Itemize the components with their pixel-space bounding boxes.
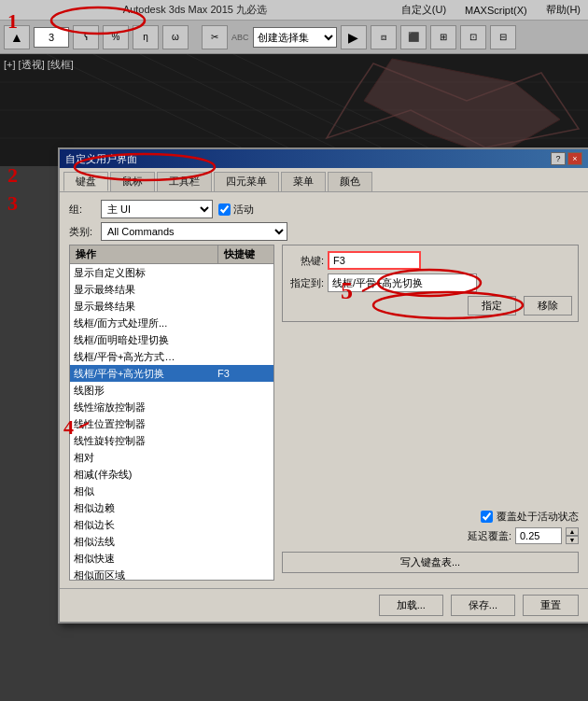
list-item[interactable]: 线性旋转控制器 <box>70 432 273 449</box>
save-btn[interactable]: 保存... <box>451 595 515 616</box>
list-item-name: 显示自定义图标 <box>74 266 217 280</box>
list-item[interactable]: 相似 <box>70 483 273 499</box>
list-item[interactable]: 线框/面方式处理所... <box>70 315 273 331</box>
tab-color[interactable]: 颜色 <box>328 172 372 191</box>
remove-btn[interactable]: 移除 <box>524 296 572 315</box>
list-item[interactable]: 相似边长 <box>70 516 273 533</box>
hotkey-label: 热键: <box>288 254 324 268</box>
assign-btn[interactable]: 指定 <box>468 296 516 315</box>
delay-spinner: ▲ ▼ <box>566 527 579 544</box>
list-item-name: 线框/面方式处理所... <box>74 316 217 330</box>
group-label: 组: <box>69 203 95 217</box>
category-select[interactable]: All Commands <box>101 222 287 241</box>
list-item-name: 相似快速 <box>74 552 217 566</box>
toolbar-icon3[interactable]: η <box>133 25 159 49</box>
svg-marker-9 <box>364 59 560 157</box>
svg-text:2: 2 <box>7 163 18 187</box>
hotkey-input[interactable] <box>328 251 421 270</box>
list-item[interactable]: 显示最终结果 <box>70 298 273 315</box>
cover-section: 覆盖处于活动状态 延迟覆盖: ▲ ▼ 写入键盘表... <box>282 510 579 581</box>
toolbar-number-input[interactable] <box>34 27 69 48</box>
cover-active-label: 覆盖处于活动状态 <box>497 510 579 524</box>
dialog-help-btn[interactable]: ? <box>551 152 566 165</box>
load-btn[interactable]: 加载... <box>379 595 443 616</box>
tabs-row: 键盘 鼠标 工具栏 四元菜单 菜单 颜色 <box>60 168 588 192</box>
hotkey-action-buttons: 指定 移除 <box>288 296 572 315</box>
menu-customize[interactable]: 自定义(U) <box>398 3 450 17</box>
list-item[interactable]: 线框/平骨+高光方式… <box>70 348 273 365</box>
assigned-row: 指定到: 线框/平骨+高光切换 <box>288 273 572 292</box>
list-item-name: 线框/平骨+高光切换 <box>74 367 217 381</box>
dialog-close-btn[interactable]: × <box>567 152 582 165</box>
list-item[interactable]: 显示最终结果 <box>70 281 273 298</box>
list-item[interactable]: 显示自定义图标 <box>70 264 273 281</box>
menu-maxscript[interactable]: MAXScript(X) <box>461 5 531 16</box>
tab-keyboard[interactable]: 键盘 <box>63 172 108 191</box>
toolbar-icon9[interactable]: ⊡ <box>460 25 486 49</box>
main-layout: 操作 快捷键 显示自定义图标显示最终结果显示最终结果线框/面方式处理所...线框… <box>69 245 579 581</box>
assigned-label: 指定到: <box>288 276 324 290</box>
hotkey-section: 热键: 指定到: 线框/平骨+高光切换 指定 移除 <box>282 245 579 322</box>
dialog-title: 自定义用户界面 <box>65 152 137 166</box>
right-panel: 热键: 指定到: 线框/平骨+高光切换 指定 移除 <box>282 245 579 581</box>
action-list[interactable]: 显示自定义图标显示最终结果显示最终结果线框/面方式处理所...线框/面明暗处理切… <box>69 263 274 581</box>
list-item-name: 显示最终结果 <box>74 283 217 297</box>
delay-input[interactable] <box>515 527 562 544</box>
list-item[interactable]: 线图形 <box>70 382 273 399</box>
write-keyboard-btn[interactable]: 写入键盘表... <box>282 552 579 573</box>
list-item-name: 线性缩放控制器 <box>74 400 217 414</box>
list-item[interactable]: 相对 <box>70 449 273 466</box>
tab-mouse[interactable]: 鼠标 <box>110 172 155 191</box>
active-checkbox[interactable] <box>218 203 231 216</box>
list-item[interactable]: 相似法线 <box>70 533 273 550</box>
toolbar-abc-label: ABC <box>231 33 249 42</box>
toolbar-icon8[interactable]: ⊞ <box>430 25 456 49</box>
menu-bar: Autodesk 3ds Max 2015 九必选 自定义(U) MAXScri… <box>0 0 588 21</box>
list-item[interactable]: 相似面区域 <box>70 567 273 581</box>
category-label: 类别: <box>69 225 95 239</box>
menu-title: Autodesk 3ds Max 2015 九必选 <box>4 3 386 17</box>
spin-down-btn[interactable]: ▼ <box>566 536 579 544</box>
cover-active-checkbox[interactable] <box>481 511 493 523</box>
list-item[interactable]: 线框/平骨+高光切换F3 <box>70 365 273 382</box>
tab-toolbar[interactable]: 工具栏 <box>157 172 212 191</box>
list-item-name: 线图形 <box>74 384 217 398</box>
list-item-name: 线框/平骨+高光方式… <box>74 350 217 364</box>
group-select[interactable]: 主 UI <box>101 200 213 218</box>
list-item-shortcut: F3 <box>217 368 270 379</box>
reset-btn[interactable]: 重置 <box>523 595 579 616</box>
list-item-name: 线框/面明暗处理切换 <box>74 333 217 347</box>
hotkey-row: 热键: <box>288 251 572 270</box>
tab-quad-menu[interactable]: 四元菜单 <box>214 172 279 191</box>
list-item[interactable]: 相减(伴杂线) <box>70 466 273 483</box>
right-spacer <box>282 328 579 504</box>
toolbar-icon7[interactable]: ⬛ <box>400 25 427 49</box>
delay-row: 延迟覆盖: ▲ ▼ <box>282 527 579 544</box>
toolbar-play-btn[interactable]: ▶ <box>341 25 367 49</box>
dialog-customize-ui: 自定义用户界面 ? × 键盘 鼠标 工具栏 四元菜单 菜单 颜色 组: 主 UI… <box>58 147 588 624</box>
toolbar-up-btn[interactable]: ▲ <box>4 25 30 49</box>
toolbar-icon2[interactable]: % <box>103 25 129 49</box>
toolbar-icon5[interactable]: ✂ <box>202 25 228 49</box>
dialog-titlebar: 自定义用户界面 ? × <box>60 149 588 168</box>
menu-help[interactable]: 帮助(H) <box>542 3 584 17</box>
list-item[interactable]: 相似边赖 <box>70 499 273 516</box>
toolbar-icon4[interactable]: ω <box>162 25 189 49</box>
toolbar-icon10[interactable]: ⊟ <box>490 25 516 49</box>
list-item[interactable]: 线框/面明暗处理切换 <box>70 331 273 348</box>
spin-up-btn[interactable]: ▲ <box>566 527 579 536</box>
list-item-name: 相减(伴杂线) <box>74 468 217 482</box>
toolbar-selection-dropdown[interactable]: 创建选择集 <box>253 27 337 48</box>
dialog-window-controls: ? × <box>551 152 582 165</box>
tab-menu[interactable]: 菜单 <box>281 172 326 191</box>
list-item[interactable]: 相似快速 <box>70 550 273 567</box>
list-item-name: 相似边赖 <box>74 501 217 515</box>
group-row: 组: 主 UI 活动 <box>69 200 579 218</box>
list-item-name: 相似面区域 <box>74 568 217 582</box>
shortcut-header: 快捷键 <box>217 245 273 263</box>
toolbar-icon6[interactable]: ⧈ <box>371 25 397 49</box>
toolbar-icon1[interactable]: ʕ <box>73 25 99 49</box>
list-item[interactable]: 线性缩放控制器 <box>70 399 273 415</box>
list-item-name: 相似法线 <box>74 535 217 549</box>
list-item[interactable]: 线性位置控制器 <box>70 415 273 432</box>
